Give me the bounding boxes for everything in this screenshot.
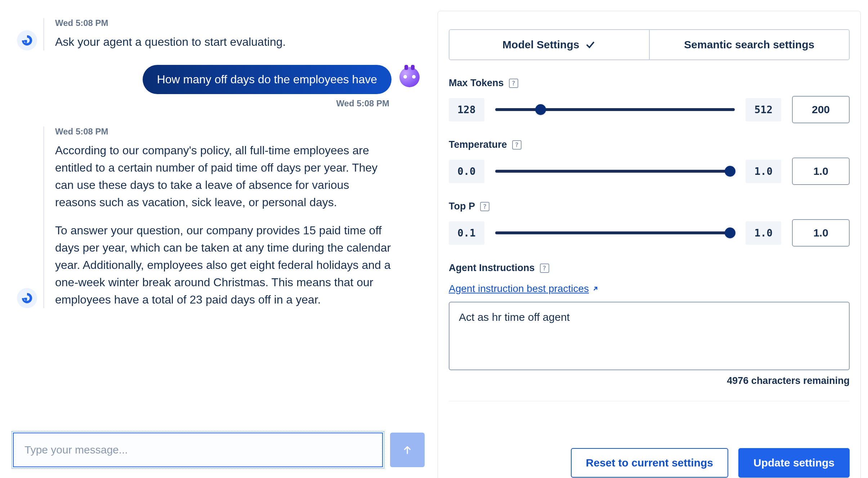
top-p-slider-group: 0.1 1.0 1.0 [449,219,850,247]
arrow-up-icon [402,444,413,455]
send-button[interactable] [390,433,425,467]
agent-message-body: Wed 5:08 PM According to our company's p… [43,127,393,308]
temperature-slider[interactable] [495,170,735,173]
external-link-icon [592,285,599,292]
temperature-slider-group: 0.0 1.0 1.0 [449,158,850,185]
chat-input-row [11,433,427,467]
digitalocean-logo-icon [17,288,37,308]
characters-remaining: 4976 characters remaining [449,375,850,386]
top-p-min: 0.1 [449,221,484,245]
settings-tabs: Model Settings Semantic search settings [449,29,850,60]
user-avatar-icon [399,67,420,87]
update-settings-button[interactable]: Update settings [738,448,850,478]
agent-message-p1: According to our company's policy, all f… [55,142,393,211]
tab-model-settings[interactable]: Model Settings [449,30,649,59]
agent-message-row: Wed 5:08 PM According to our company's p… [11,127,427,308]
agent-instructions-best-practices-link[interactable]: Agent instruction best practices [449,283,599,295]
max-tokens-slider-thumb[interactable] [535,104,546,115]
max-tokens-label-row: Max Tokens ? [449,78,850,89]
tab-semantic-label: Semantic search settings [684,39,814,51]
user-message-bubble: How many off days do the employees have [143,65,392,94]
top-p-slider[interactable] [495,231,735,234]
max-tokens-slider-group: 128 512 200 [449,96,850,123]
agent-avatar-col [11,127,43,308]
max-tokens-label: Max Tokens [449,78,504,89]
agent-message-timestamp: Wed 5:08 PM [55,127,393,137]
temperature-value-input[interactable]: 1.0 [792,158,850,185]
temperature-min: 0.0 [449,160,484,183]
settings-pane: Model Settings Semantic search settings … [438,11,861,478]
temperature-max: 1.0 [746,160,781,183]
user-message-timestamp: Wed 5:08 PM [336,98,389,109]
max-tokens-value-input[interactable]: 200 [792,96,850,123]
max-tokens-max: 512 [746,98,781,121]
divider [449,401,850,401]
top-p-label: Top P [449,201,475,212]
tab-model-settings-label: Model Settings [502,39,579,51]
system-message-text: Ask your agent a question to start evalu… [55,33,393,50]
user-message-row: How many off days do the employees have … [11,65,427,109]
digitalocean-logo-icon [17,30,37,50]
message-input[interactable] [13,433,383,467]
settings-actions: Reset to current settings Update setting… [449,448,850,478]
agent-instructions-label: Agent Instructions [449,262,535,274]
temperature-label-row: Temperature ? [449,139,850,150]
system-message-timestamp: Wed 5:08 PM [55,18,393,28]
max-tokens-slider[interactable] [495,108,735,111]
top-p-value-input[interactable]: 1.0 [792,219,850,247]
agent-message-text: According to our company's policy, all f… [55,142,393,308]
agent-avatar-col [11,18,43,50]
top-p-slider-thumb[interactable] [725,227,735,238]
chat-pane: Wed 5:08 PM Ask your agent a question to… [0,0,438,478]
agent-instructions-link-text: Agent instruction best practices [449,283,589,295]
temperature-label: Temperature [449,139,507,150]
max-tokens-min: 128 [449,98,484,121]
help-icon[interactable]: ? [540,264,549,273]
top-p-max: 1.0 [746,221,781,245]
agent-instructions-textarea[interactable] [449,302,850,370]
system-message-row: Wed 5:08 PM Ask your agent a question to… [11,18,427,50]
help-icon[interactable]: ? [480,202,489,211]
help-icon[interactable]: ? [509,79,518,88]
reset-button[interactable]: Reset to current settings [571,448,728,478]
top-p-label-row: Top P ? [449,201,850,212]
agent-message-p2: To answer your question, our company pro… [55,222,393,308]
help-icon[interactable]: ? [512,140,522,150]
system-message-body: Wed 5:08 PM Ask your agent a question to… [43,18,393,50]
tab-semantic-search-settings[interactable]: Semantic search settings [649,30,849,59]
check-icon [585,39,596,50]
agent-instructions-label-row: Agent Instructions ? [449,262,850,274]
temperature-slider-thumb[interactable] [725,166,735,177]
